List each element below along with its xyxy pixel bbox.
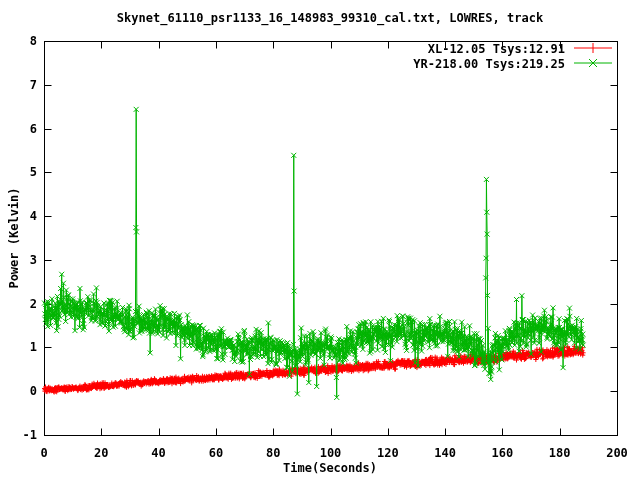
y-tick-label: -1 xyxy=(5,428,37,442)
plot-canvas xyxy=(0,0,640,480)
y-axis-title: Power (Kelvin) xyxy=(7,187,21,288)
y-tick-label: 1 xyxy=(5,340,37,354)
y-tick-label: 8 xyxy=(5,34,37,48)
gnuplot-window: Skynet_61110_psr1133_16_148983_99310_cal… xyxy=(0,0,640,480)
legend-entry-yr: YR-218.00 Tsys:219.25 xyxy=(413,56,613,71)
y-tick-label: 3 xyxy=(5,253,37,267)
legend-sample-times-icon xyxy=(573,56,613,71)
y-tick-label: 0 xyxy=(5,384,37,398)
legend: XL-12.05 Tsys:12.91 YR-218.00 Tsys:219.2… xyxy=(413,41,613,71)
x-axis-title: Time(Seconds) xyxy=(283,461,377,475)
y-tick-label: 5 xyxy=(5,165,37,179)
x-tick-label: 200 xyxy=(587,446,640,460)
x-tick-label: 100 xyxy=(301,446,361,460)
x-tick-label: 80 xyxy=(243,446,303,460)
x-tick-label: 60 xyxy=(186,446,246,460)
x-tick-label: 0 xyxy=(14,446,74,460)
x-tick-label: 180 xyxy=(530,446,590,460)
x-tick-label: 160 xyxy=(472,446,532,460)
y-tick-label: 6 xyxy=(5,122,37,136)
x-tick-label: 140 xyxy=(415,446,475,460)
x-tick-label: 40 xyxy=(129,446,189,460)
y-tick-label: 4 xyxy=(5,209,37,223)
y-tick-label: 7 xyxy=(5,78,37,92)
legend-entry-xl: XL-12.05 Tsys:12.91 xyxy=(413,41,613,56)
legend-sample-plus-icon xyxy=(573,41,613,56)
y-tick-label: 2 xyxy=(5,297,37,311)
legend-label-xl: XL-12.05 Tsys:12.91 xyxy=(428,42,565,56)
legend-label-yr: YR-218.00 Tsys:219.25 xyxy=(413,57,565,71)
chart-title: Skynet_61110_psr1133_16_148983_99310_cal… xyxy=(117,11,543,25)
x-tick-label: 120 xyxy=(358,446,418,460)
x-tick-label: 20 xyxy=(71,446,131,460)
